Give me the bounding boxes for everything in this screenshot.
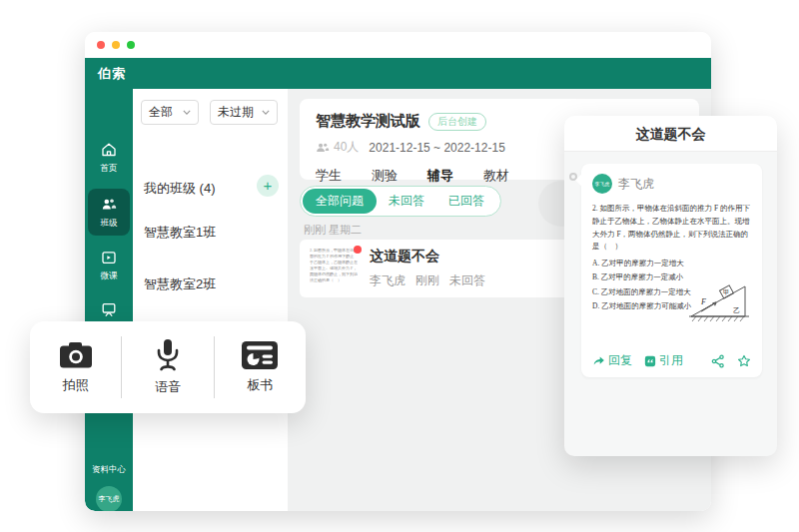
app-header: 伯索	[85, 58, 711, 89]
answer-toolbar: 拍照 语音 板书	[30, 321, 306, 413]
question-student: 李飞虎	[370, 272, 405, 289]
class-status-filter[interactable]: 未过期	[210, 100, 278, 125]
class-list-item[interactable]: 智慧教室2班	[144, 275, 216, 293]
student-question-bubble: 李飞虎 李飞虎 2. 如图所示，甲物体在沿斜面的推力 F 的作用下静止于乙物体上…	[581, 164, 762, 377]
sidebar: 首页 班级 微课	[85, 89, 133, 511]
minimize-window-button[interactable]	[112, 41, 120, 49]
live-classroom-icon	[100, 300, 118, 318]
page: 伯索 首页 班级	[0, 0, 799, 532]
question-status: 未回答	[449, 272, 485, 289]
add-class-button[interactable]: +	[257, 175, 279, 197]
class-status-filter-value: 未过期	[218, 104, 254, 121]
maximize-window-button[interactable]	[127, 41, 135, 49]
close-window-button[interactable]	[97, 41, 105, 49]
quote-icon	[644, 355, 656, 367]
sidebar-item-resource-center[interactable]: 资料中心	[85, 460, 133, 476]
reply-label: 回复	[608, 352, 632, 369]
reply-icon	[592, 355, 605, 366]
sidebar-item-label: 微课	[100, 269, 117, 281]
share-button[interactable]	[711, 354, 725, 368]
chevron-down-icon	[262, 110, 270, 115]
course-member-count: 40人	[334, 139, 359, 156]
physics-incline-diagram: F 甲 乙	[687, 278, 751, 324]
question-time: 刚刚	[415, 272, 439, 289]
sidebar-item-label: 班级	[100, 217, 117, 229]
my-classes-heading: 我的班级 (4)	[144, 180, 216, 198]
question-filter-group: 全部问题 未回答 已回答	[300, 186, 501, 217]
sidebar-item-label: 资料中心	[92, 463, 126, 475]
favorite-star-button[interactable]	[737, 354, 751, 368]
tool-label: 板书	[247, 376, 273, 394]
option-a: A. 乙对甲的摩擦力一定增大	[592, 257, 751, 270]
filter-all-questions[interactable]: 全部问题	[303, 189, 377, 214]
sidebar-item-home[interactable]: 首页	[85, 141, 133, 175]
class-people-icon	[100, 196, 118, 214]
whiteboard-button[interactable]: 板书	[215, 340, 306, 394]
class-list-panel: 全部 未过期 我的班级 (4) + 智慧教室1班 智慧教室2班 智慧教室3班	[133, 89, 288, 511]
student-name: 李飞虎	[618, 176, 654, 193]
timeline-label: 刚刚 星期二	[304, 223, 362, 238]
class-list-item[interactable]: 智慧教室1班	[144, 224, 216, 242]
question-thumbnail-text: 2. 如图所示，甲物体在沿斜面的推力 F 的作用下静止于乙物体上，乙物体静止在水…	[310, 248, 358, 285]
question-thumbnail: 2. 如图所示，甲物体在沿斜面的推力 F 的作用下静止于乙物体上，乙物体静止在水…	[310, 248, 358, 289]
question-detail-body: 李飞虎 李飞虎 2. 如图所示，甲物体在沿斜面的推力 F 的作用下静止于乙物体上…	[564, 153, 777, 456]
diagram-block-label: 甲	[723, 288, 730, 295]
diagram-force-label: F	[700, 297, 706, 306]
user-avatar[interactable]: 李飞虎	[96, 486, 122, 511]
question-text: 2. 如图所示，甲物体在沿斜面的推力 F 的作用下静止于乙物体上，乙物体静止在水…	[592, 203, 751, 254]
question-actions: 回复 引用	[592, 352, 751, 369]
avatar-name: 李飞虎	[99, 494, 120, 504]
question-options: A. 乙对甲的摩擦力一定增大 B. 乙对甲的摩擦力一定减小 C. 乙对地面的摩擦…	[592, 257, 751, 313]
sidebar-item-class[interactable]: 班级	[88, 189, 130, 236]
question-detail-title: 这道题不会	[564, 116, 777, 152]
microphone-icon	[152, 338, 184, 372]
tool-label: 语音	[155, 378, 181, 396]
home-icon	[100, 141, 118, 159]
whiteboard-icon	[241, 340, 279, 370]
chevron-down-icon	[183, 110, 191, 115]
share-icon	[711, 354, 725, 368]
class-scope-filter[interactable]: 全部	[141, 100, 199, 125]
student-avatar-name: 李飞虎	[595, 181, 610, 187]
members-icon	[316, 142, 330, 154]
quote-button[interactable]: 引用	[644, 352, 683, 369]
bubble-tail	[575, 174, 588, 187]
filter-answered[interactable]: 已回答	[436, 189, 496, 214]
reply-button[interactable]: 回复	[592, 352, 632, 369]
student-avatar: 李飞虎	[592, 174, 612, 194]
diagram-incline-label: 乙	[733, 306, 740, 313]
question-detail-panel: 这道题不会 李飞虎 李飞虎 2. 如图所示，甲物体在沿斜面的推力 F 的作用下静…	[564, 116, 777, 456]
unread-badge	[354, 246, 362, 254]
quote-label: 引用	[659, 352, 683, 369]
micro-lesson-icon	[100, 249, 118, 266]
window-titlebar	[85, 32, 711, 58]
app-title: 伯索	[98, 65, 126, 83]
star-icon	[737, 354, 751, 368]
voice-button[interactable]: 语音	[122, 338, 213, 396]
sidebar-item-microlesson[interactable]: 微课	[85, 249, 133, 282]
course-date-range: 2021-12-15 ~ 2022-12-15	[369, 141, 504, 155]
sidebar-item-label: 首页	[100, 162, 117, 174]
camera-icon	[58, 340, 94, 370]
filter-unanswered[interactable]: 未回答	[377, 189, 436, 214]
tool-label: 拍照	[63, 376, 89, 394]
course-badge: 后台创建	[428, 113, 486, 131]
take-photo-button[interactable]: 拍照	[30, 340, 121, 394]
question-title: 这道题不会	[370, 248, 485, 266]
course-title: 智慧教学测试版	[316, 112, 420, 131]
class-scope-filter-value: 全部	[149, 104, 173, 121]
